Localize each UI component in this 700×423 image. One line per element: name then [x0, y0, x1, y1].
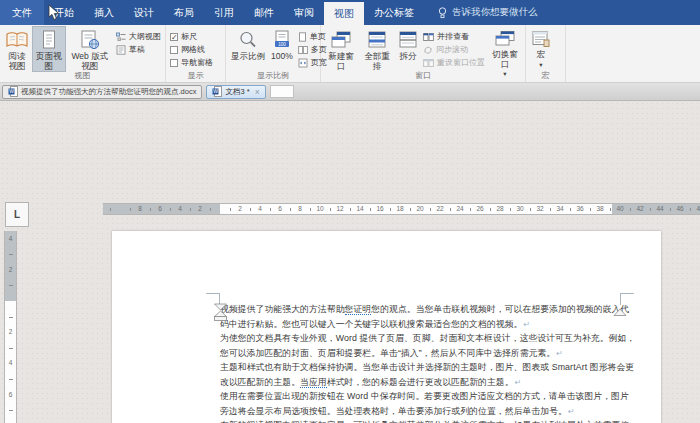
arrange-all-button[interactable]: 全部重排: [359, 26, 395, 72]
ruler-tick: [210, 208, 211, 211]
web-layout-button[interactable]: Web 版式视图: [66, 26, 114, 72]
checked-checkbox-icon[interactable]: ✓: [170, 33, 178, 41]
ruler-tick: [670, 208, 671, 211]
ruler-number: 14: [356, 205, 363, 213]
read-mode-label: 阅读视图: [7, 52, 27, 71]
new-window-button[interactable]: 新建窗口: [323, 26, 359, 72]
checkbox-row[interactable]: 网格线: [168, 43, 215, 56]
ribbon-tab-bar: 文件 开始插入设计布局引用邮件审阅视图办公标签 告诉我你想要做什么: [0, 0, 700, 25]
new-tab-area[interactable]: [270, 85, 294, 98]
views-group-label: 视图: [0, 70, 165, 81]
ruler-number: 2: [4, 328, 17, 336]
text-line[interactable]: 视频提供了功能强大的方法帮助您证明您的观点。当您单击联机视频时，可以在想要添加的…: [220, 302, 624, 317]
macros-group-label: 宏: [526, 70, 565, 81]
ruler-tick: [530, 208, 531, 211]
outline-view-icon: [116, 32, 126, 42]
unchecked-checkbox-icon[interactable]: [170, 46, 178, 54]
split-button[interactable]: 拆分: [395, 26, 421, 63]
print-layout-button[interactable]: 页面视图: [32, 26, 66, 72]
ruler-tick: [650, 208, 651, 211]
ruler-tick: [270, 208, 271, 211]
ribbon-tab[interactable]: 审阅: [284, 0, 324, 25]
text-line[interactable]: 旁边将会显示布局选项按钮。当处理表格时，单击要添加行或列的位置，然后单击加号。↵: [220, 404, 624, 419]
word-file-icon: W: [212, 86, 222, 97]
horizontal-ruler[interactable]: 8642246810121416182022242628303234363840…: [0, 203, 700, 215]
indent-markers[interactable]: [212, 303, 229, 322]
show-checkbox-list: ✓标尺网格线导航窗格: [168, 25, 215, 69]
one-page-icon: [298, 32, 307, 42]
mouse-cursor: [48, 5, 61, 22]
ruler-tick: [630, 208, 631, 211]
outline-view-button[interactable]: 大纲视图: [114, 30, 163, 43]
right-indent-marker[interactable]: [612, 308, 628, 317]
draft-view-label: 草稿: [129, 44, 145, 55]
split-icon: [398, 30, 418, 50]
document-tab-active[interactable]: W 文档3 * ×: [206, 85, 265, 99]
ruler-number: 12: [336, 205, 343, 213]
ruler-number: 26: [476, 205, 483, 213]
window-small-column: 并排查看 同步滚动 重设窗口位置: [421, 25, 487, 69]
ribbon-tab[interactable]: 布局: [164, 0, 204, 25]
checkbox-row[interactable]: 导航窗格: [168, 56, 215, 69]
zoom-button[interactable]: 显示比例: [228, 26, 268, 63]
ruler-tick: [430, 208, 431, 211]
ruler-tick: [550, 208, 551, 211]
close-tab-icon[interactable]: ×: [255, 87, 260, 97]
ruler-tick: [370, 208, 371, 211]
macros-dropdown-icon: ▾: [539, 62, 542, 67]
view-side-by-side-icon: [423, 32, 434, 42]
tab-stop-selector[interactable]: L: [5, 202, 29, 227]
view-side-by-side-button[interactable]: 并排查看: [421, 30, 487, 43]
ruler-tick: [450, 208, 451, 211]
ruler-tick: [9, 379, 13, 380]
ruler-number: 40: [616, 205, 623, 213]
document-text[interactable]: 视频提供了功能强大的方法帮助您证明您的观点。当您单击联机视频时，可以在想要添加的…: [220, 302, 624, 423]
ribbon-tab[interactable]: 视图: [324, 2, 364, 25]
lightbulb-icon: [438, 7, 447, 19]
ruler-number: 22: [436, 205, 443, 213]
checkbox-label: 网格线: [181, 44, 205, 55]
ruler-tick: [170, 208, 171, 211]
ribbon-tab[interactable]: 引用: [204, 0, 244, 25]
document-tab-inactive[interactable]: W 视频提供了功能强大的方法帮助您证明您的观点.docx: [2, 85, 202, 99]
ribbon-tab[interactable]: 邮件: [244, 0, 284, 25]
ruler-tick: [9, 317, 13, 318]
unchecked-checkbox-icon[interactable]: [170, 59, 178, 67]
ribbon-tab[interactable]: 办公标签: [364, 0, 424, 25]
checkbox-label: 标尺: [181, 31, 197, 42]
document-workspace: 视频提供了功能强大的方法帮助您证明您的观点。当您单击联机视频时，可以在想要添加的…: [0, 101, 700, 423]
ribbon: 阅读视图 页面视图 Web 版式视图 大纲视图 草稿 视图: [0, 25, 700, 83]
new-window-icon: [330, 30, 352, 50]
text-line[interactable]: 码中进行粘贴。您也可以键入一个关键字以联机搜索最适合您的文档的视频。↵: [220, 317, 624, 332]
ribbon-tab[interactable]: 插入: [84, 0, 124, 25]
grammar-underline: 当应用: [300, 377, 327, 388]
text-line[interactable]: 使用在需要位置出现的新按钮在 Word 中保存时间。若要更改图片适应文档的方式，…: [220, 389, 624, 404]
text-line[interactable]: 在新的阅读视图中阅读更加容易。可以折叠文档某些部分并关注所需文本。如果在达到结尾…: [220, 418, 624, 423]
text-line[interactable]: 主题和样式也有助于文档保持协调。当您单击设计并选择新的主题时，图片、图表或 Sm…: [220, 360, 624, 375]
tab-file[interactable]: 文件: [0, 0, 44, 25]
macros-icon: [531, 30, 551, 48]
macros-button[interactable]: 宏 ▾: [528, 26, 554, 68]
text-line[interactable]: 您可以添加匹配的封面、页眉和提要栏。单击“插入”，然后从不同库中选择所需元素。↵: [220, 346, 624, 361]
tell-me-box[interactable]: 告诉我你想要做什么: [424, 0, 538, 25]
ruler-number: 48: [696, 205, 700, 213]
ruler-number: 8: [298, 205, 302, 213]
text-line[interactable]: 改以匹配新的主题。当应用样式时，您的标题会进行更改以匹配新的主题。↵: [220, 375, 624, 390]
ruler-tick: [490, 208, 491, 211]
ribbon-tab[interactable]: 设计: [124, 0, 164, 25]
text-line[interactable]: 为使您的文档具有专业外观，Word 提供了页眉、页脚、封面和文本框设计，这些设计…: [220, 331, 624, 346]
web-layout-label: Web 版式视图: [69, 52, 111, 71]
ruler-tick: [690, 208, 691, 211]
ribbon-group-views: 阅读视图 页面视图 Web 版式视图 大纲视图 草稿 视图: [0, 25, 166, 82]
show-group-label: 显示: [166, 70, 225, 81]
draft-view-button[interactable]: 草稿: [114, 43, 163, 56]
read-mode-button[interactable]: 阅读视图: [2, 26, 32, 72]
ruler-number: 46: [676, 205, 683, 213]
checkbox-row[interactable]: ✓标尺: [168, 30, 215, 43]
reset-window-position-button: 重设窗口位置: [421, 56, 487, 69]
vertical-ruler[interactable]: 422468101214: [4, 231, 17, 423]
paragraph-mark: ↵: [568, 407, 575, 416]
zoom-100-button[interactable]: 100 100%: [268, 26, 296, 63]
ruler-number: 16: [376, 205, 383, 213]
ruler-number: 4: [258, 205, 262, 213]
